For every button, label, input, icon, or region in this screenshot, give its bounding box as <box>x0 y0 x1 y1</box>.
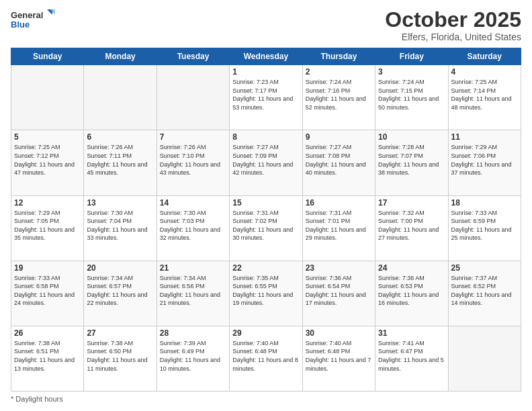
day-info: Sunrise: 7:24 AMSunset: 7:15 PMDaylight:… <box>378 78 445 111</box>
day-number: 29 <box>232 328 299 338</box>
day-info: Sunrise: 7:36 AMSunset: 6:54 PMDaylight:… <box>306 274 372 308</box>
day-info: Sunrise: 7:32 AMSunset: 7:00 PMDaylight:… <box>378 209 445 242</box>
day-number: 27 <box>87 328 153 338</box>
day-number: 14 <box>160 198 226 208</box>
day-info: Sunrise: 7:40 AMSunset: 6:48 PMDaylight:… <box>232 339 299 373</box>
day-number: 9 <box>306 132 372 142</box>
week-row-2: 5Sunrise: 7:25 AMSunset: 7:12 PMDaylight… <box>11 130 521 195</box>
day-cell: 1Sunrise: 7:23 AMSunset: 7:17 PMDaylight… <box>230 65 302 130</box>
day-info: Sunrise: 7:28 AMSunset: 7:07 PMDaylight:… <box>378 143 445 177</box>
day-info: Sunrise: 7:37 AMSunset: 6:52 PMDaylight:… <box>451 274 518 308</box>
day-info: Sunrise: 7:41 AMSunset: 6:47 PMDaylight:… <box>378 339 445 373</box>
weekday-saturday: Saturday <box>448 48 521 65</box>
day-number: 23 <box>306 263 372 273</box>
weekday-friday: Friday <box>375 48 448 65</box>
day-number: 28 <box>160 328 226 338</box>
day-cell: 3Sunrise: 7:24 AMSunset: 7:15 PMDaylight… <box>375 65 448 130</box>
svg-text:Blue: Blue <box>11 19 30 30</box>
day-info: Sunrise: 7:30 AMSunset: 7:03 PMDaylight:… <box>160 209 226 242</box>
day-cell: 7Sunrise: 7:26 AMSunset: 7:10 PMDaylight… <box>157 130 229 195</box>
day-cell: 30Sunrise: 7:40 AMSunset: 6:48 PMDayligh… <box>302 326 375 391</box>
day-number: 16 <box>306 198 372 208</box>
day-number: 21 <box>160 263 226 273</box>
day-cell: 23Sunrise: 7:36 AMSunset: 6:54 PMDayligh… <box>302 261 375 326</box>
day-cell: 11Sunrise: 7:29 AMSunset: 7:06 PMDayligh… <box>448 130 521 195</box>
header: General Blue General Blue October 2025 E… <box>11 8 521 42</box>
day-info: Sunrise: 7:38 AMSunset: 6:51 PMDaylight:… <box>14 339 81 373</box>
month-title: October 2025 <box>385 8 521 32</box>
weekday-thursday: Thursday <box>302 48 375 65</box>
day-cell: 10Sunrise: 7:28 AMSunset: 7:07 PMDayligh… <box>375 130 448 195</box>
day-cell <box>84 65 157 130</box>
day-cell: 6Sunrise: 7:26 AMSunset: 7:11 PMDaylight… <box>84 130 157 195</box>
day-cell: 27Sunrise: 7:38 AMSunset: 6:50 PMDayligh… <box>84 326 157 391</box>
day-number: 30 <box>306 328 372 338</box>
day-number: 18 <box>451 198 518 208</box>
day-info: Sunrise: 7:25 AMSunset: 7:12 PMDaylight:… <box>14 143 81 177</box>
day-number: 4 <box>451 67 518 77</box>
day-cell: 26Sunrise: 7:38 AMSunset: 6:51 PMDayligh… <box>11 326 84 391</box>
day-number: 7 <box>160 132 226 142</box>
day-cell: 21Sunrise: 7:34 AMSunset: 6:56 PMDayligh… <box>157 261 229 326</box>
day-info: Sunrise: 7:35 AMSunset: 6:55 PMDaylight:… <box>232 274 299 308</box>
title-block: October 2025 Elfers, Florida, United Sta… <box>385 8 521 42</box>
week-row-5: 26Sunrise: 7:38 AMSunset: 6:51 PMDayligh… <box>11 326 521 391</box>
day-info: Sunrise: 7:36 AMSunset: 6:53 PMDaylight:… <box>378 274 445 308</box>
day-number: 17 <box>378 198 445 208</box>
day-cell: 18Sunrise: 7:33 AMSunset: 6:59 PMDayligh… <box>448 195 521 261</box>
location: Elfers, Florida, United States <box>385 32 521 42</box>
day-cell: 4Sunrise: 7:25 AMSunset: 7:14 PMDaylight… <box>448 65 521 130</box>
day-info: Sunrise: 7:26 AMSunset: 7:11 PMDaylight:… <box>87 143 153 177</box>
daylight-label: Daylight hours <box>15 395 62 403</box>
day-cell: 17Sunrise: 7:32 AMSunset: 7:00 PMDayligh… <box>375 195 448 261</box>
day-info: Sunrise: 7:30 AMSunset: 7:04 PMDaylight:… <box>87 209 153 242</box>
day-cell <box>11 65 84 130</box>
week-row-1: 1Sunrise: 7:23 AMSunset: 7:17 PMDaylight… <box>11 65 521 130</box>
day-cell: 25Sunrise: 7:37 AMSunset: 6:52 PMDayligh… <box>448 261 521 326</box>
day-number: 19 <box>14 263 81 273</box>
week-row-3: 12Sunrise: 7:29 AMSunset: 7:05 PMDayligh… <box>11 195 521 261</box>
day-info: Sunrise: 7:34 AMSunset: 6:56 PMDaylight:… <box>160 274 226 308</box>
day-info: Sunrise: 7:31 AMSunset: 7:01 PMDaylight:… <box>306 209 372 242</box>
day-number: 8 <box>232 132 299 142</box>
page: General Blue General Blue October 2025 E… <box>0 0 532 411</box>
day-info: Sunrise: 7:29 AMSunset: 7:05 PMDaylight:… <box>14 209 81 242</box>
weekday-sunday: Sunday <box>11 48 84 65</box>
day-info: Sunrise: 7:40 AMSunset: 6:48 PMDaylight:… <box>306 339 372 373</box>
day-number: 20 <box>87 263 153 273</box>
calendar: SundayMondayTuesdayWednesdayThursdayFrid… <box>11 48 521 392</box>
day-info: Sunrise: 7:38 AMSunset: 6:50 PMDaylight:… <box>87 339 153 373</box>
day-cell: 28Sunrise: 7:39 AMSunset: 6:49 PMDayligh… <box>157 326 229 391</box>
week-row-4: 19Sunrise: 7:33 AMSunset: 6:58 PMDayligh… <box>11 261 521 326</box>
day-cell: 29Sunrise: 7:40 AMSunset: 6:48 PMDayligh… <box>230 326 302 391</box>
day-number: 15 <box>232 198 299 208</box>
day-info: Sunrise: 7:25 AMSunset: 7:14 PMDaylight:… <box>451 78 518 111</box>
day-number: 11 <box>451 132 518 142</box>
day-cell: 20Sunrise: 7:34 AMSunset: 6:57 PMDayligh… <box>84 261 157 326</box>
day-info: Sunrise: 7:39 AMSunset: 6:49 PMDaylight:… <box>160 339 226 373</box>
day-number: 22 <box>232 263 299 273</box>
day-number: 12 <box>14 198 81 208</box>
day-number: 31 <box>378 328 445 338</box>
day-cell: 14Sunrise: 7:30 AMSunset: 7:03 PMDayligh… <box>157 195 229 261</box>
day-number: 10 <box>378 132 445 142</box>
day-info: Sunrise: 7:24 AMSunset: 7:16 PMDaylight:… <box>306 78 372 111</box>
day-number: 24 <box>378 263 445 273</box>
day-cell: 24Sunrise: 7:36 AMSunset: 6:53 PMDayligh… <box>375 261 448 326</box>
day-cell: 31Sunrise: 7:41 AMSunset: 6:47 PMDayligh… <box>375 326 448 391</box>
footer-note: * Daylight hours <box>11 395 521 403</box>
svg-text:General: General <box>11 10 43 20</box>
day-number: 6 <box>87 132 153 142</box>
day-cell: 16Sunrise: 7:31 AMSunset: 7:01 PMDayligh… <box>302 195 375 261</box>
day-cell: 2Sunrise: 7:24 AMSunset: 7:16 PMDaylight… <box>302 65 375 130</box>
day-info: Sunrise: 7:23 AMSunset: 7:17 PMDaylight:… <box>232 78 299 111</box>
day-number: 25 <box>451 263 518 273</box>
day-cell: 22Sunrise: 7:35 AMSunset: 6:55 PMDayligh… <box>230 261 302 326</box>
day-cell: 9Sunrise: 7:27 AMSunset: 7:08 PMDaylight… <box>302 130 375 195</box>
weekday-wednesday: Wednesday <box>230 48 302 65</box>
day-info: Sunrise: 7:27 AMSunset: 7:08 PMDaylight:… <box>306 143 372 177</box>
logo-wordmark: General Blue <box>11 8 58 35</box>
day-info: Sunrise: 7:29 AMSunset: 7:06 PMDaylight:… <box>451 143 518 177</box>
day-info: Sunrise: 7:31 AMSunset: 7:02 PMDaylight:… <box>232 209 299 242</box>
weekday-monday: Monday <box>84 48 157 65</box>
